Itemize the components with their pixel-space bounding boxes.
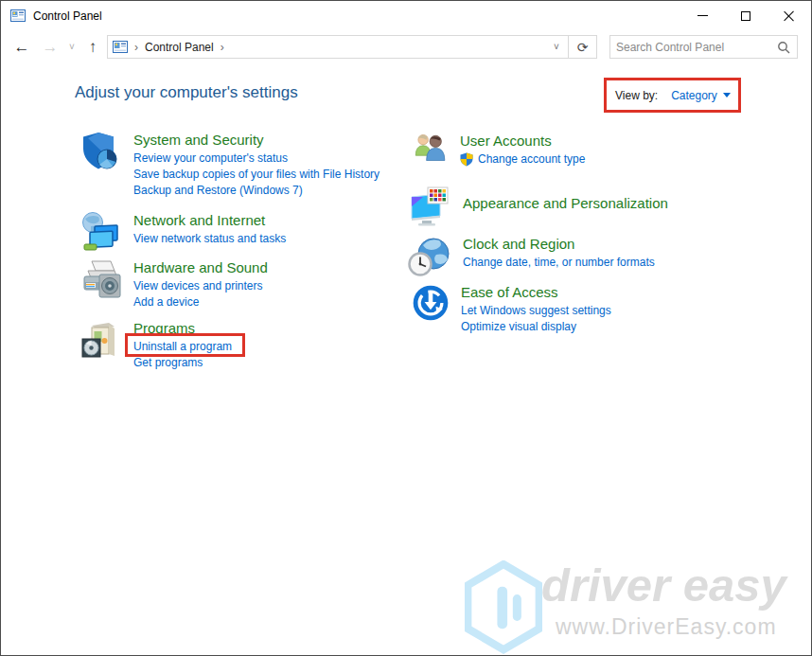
category-appearance-personalization: Appearance and Personalization — [408, 186, 668, 231]
category-title[interactable]: Clock and Region — [463, 236, 655, 252]
category-title[interactable]: Programs — [133, 320, 232, 336]
link-view-network-status[interactable]: View network status and tasks — [133, 231, 286, 247]
link-change-date-time[interactable]: Change date, time, or number formats — [463, 255, 655, 271]
forward-button[interactable]: → — [37, 31, 63, 62]
view-by-dropdown[interactable]: Category — [671, 89, 731, 102]
programs-icon[interactable] — [79, 318, 124, 363]
ease-of-access-icon[interactable] — [410, 282, 451, 324]
link-view-devices-printers[interactable]: View devices and printers — [133, 278, 268, 294]
minimize-button[interactable] — [680, 1, 724, 30]
driver-easy-watermark: driver easy www.DriverEasy.com — [451, 556, 811, 655]
page-title: Adjust your computer's settings — [75, 83, 298, 102]
category-title[interactable]: Network and Internet — [133, 212, 286, 228]
driver-easy-logo-icon — [465, 560, 542, 655]
category-title[interactable]: Ease of Access — [461, 284, 611, 300]
category-title[interactable]: Hardware and Sound — [133, 259, 268, 275]
maximize-icon — [741, 11, 750, 21]
category-title[interactable]: System and Security — [133, 132, 380, 148]
navigation-bar: ← → ˅ ↑ › Control Panel › ˅ ⟳ — [1, 31, 811, 62]
chevron-down-icon: ˅ — [69, 42, 75, 52]
category-ease-of-access: Ease of Access Let Windows suggest setti… — [410, 282, 611, 335]
breadcrumb-chevron-icon[interactable]: › — [221, 41, 224, 54]
link-add-a-device[interactable]: Add a device — [133, 294, 268, 310]
link-get-programs[interactable]: Get programs — [133, 355, 232, 371]
link-label: Change account type — [478, 151, 585, 168]
minimize-icon — [697, 15, 708, 16]
hardware-and-sound-icon[interactable] — [79, 257, 124, 303]
title-bar: Control Panel — [1, 1, 811, 31]
search-box — [609, 35, 798, 59]
dropdown-triangle-icon — [723, 93, 731, 98]
link-backup-restore[interactable]: Backup and Restore (Windows 7) — [133, 183, 380, 199]
back-button[interactable]: ← — [9, 31, 35, 62]
view-by-label: View by: — [615, 89, 658, 102]
maximize-button[interactable] — [724, 1, 768, 30]
system-and-security-icon[interactable] — [79, 130, 124, 175]
up-icon: ↑ — [89, 38, 97, 57]
link-windows-suggest-settings[interactable]: Let Windows suggest settings — [461, 303, 611, 319]
category-hardware-and-sound: Hardware and Sound View devices and prin… — [79, 257, 268, 310]
category-user-accounts: User Accounts Change account type — [411, 131, 585, 170]
category-title[interactable]: Appearance and Personalization — [463, 195, 668, 211]
up-button[interactable]: ↑ — [80, 31, 105, 62]
address-dropdown-icon[interactable]: ˅ — [545, 42, 568, 52]
back-icon: ← — [14, 38, 30, 57]
category-title[interactable]: User Accounts — [460, 133, 585, 149]
control-panel-breadcrumb-icon — [113, 40, 128, 55]
watermark-url: www.DriverEasy.com — [556, 614, 777, 640]
recent-pages-button[interactable]: ˅ — [63, 31, 80, 62]
breadcrumb-control-panel[interactable]: Control Panel — [145, 41, 214, 54]
link-uninstall-a-program[interactable]: Uninstall a program — [133, 339, 232, 355]
category-system-and-security: System and Security Review your computer… — [79, 130, 380, 199]
network-and-internet-icon[interactable] — [79, 210, 124, 256]
uac-shield-icon — [460, 152, 473, 167]
category-programs: Programs Uninstall a program Get program… — [79, 318, 232, 371]
category-clock-and-region: Clock and Region Change date, time, or n… — [408, 234, 655, 279]
category-network-and-internet: Network and Internet View network status… — [79, 210, 286, 256]
address-bar[interactable]: › Control Panel › ˅ — [107, 35, 569, 59]
forward-icon: → — [43, 38, 59, 57]
link-review-computer-status[interactable]: Review your computer's status — [133, 151, 380, 167]
user-accounts-icon[interactable] — [411, 131, 450, 170]
appearance-personalization-icon[interactable] — [408, 186, 453, 231]
watermark-brand: driver easy — [541, 558, 786, 612]
close-icon — [784, 10, 795, 22]
link-file-history[interactable]: Save backup copies of your files with Fi… — [133, 167, 380, 183]
refresh-button[interactable]: ⟳ — [569, 35, 597, 59]
search-icon[interactable] — [777, 41, 790, 54]
link-change-account-type[interactable]: Change account type — [460, 151, 585, 168]
window-title: Control Panel — [33, 9, 102, 23]
view-by-annotation-box: View by: Category — [604, 78, 741, 113]
control-panel-app-icon — [10, 9, 26, 24]
clock-and-region-icon[interactable] — [408, 234, 453, 279]
view-by-value: Category — [671, 89, 717, 102]
refresh-icon: ⟳ — [577, 40, 589, 55]
breadcrumb-chevron-icon: › — [134, 41, 138, 54]
close-button[interactable] — [768, 1, 811, 30]
search-input[interactable] — [610, 41, 777, 54]
link-optimize-visual-display[interactable]: Optimize visual display — [461, 319, 611, 335]
